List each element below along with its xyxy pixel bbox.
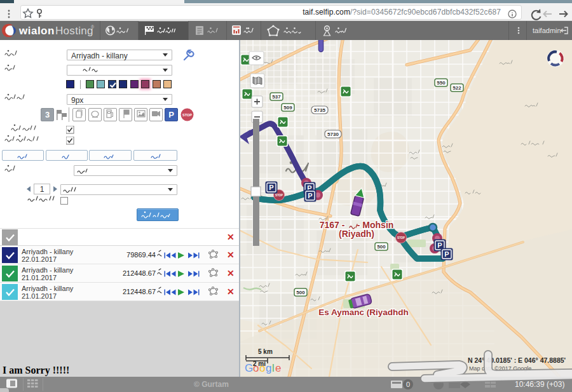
svg-text:500: 500	[296, 290, 305, 295]
svg-text:(Riyadh): (Riyadh)	[339, 229, 374, 239]
svg-text:o: o	[259, 362, 265, 374]
svg-text:o: o	[253, 362, 259, 374]
svg-text:wialon: wialon	[18, 25, 55, 37]
svg-text:g: g	[266, 362, 271, 374]
svg-text:© Gurtam: © Gurtam	[194, 380, 229, 389]
svg-text:509: 509	[283, 105, 292, 111]
svg-text:®: ®	[91, 25, 95, 29]
svg-text:Hosting: Hosting	[55, 25, 93, 37]
svg-text:500: 500	[377, 244, 386, 250]
svg-text:Es Aymanc (Riyadhdh: Es Aymanc (Riyadhdh	[318, 308, 409, 317]
svg-text:522: 522	[453, 85, 461, 91]
svg-text:5 km: 5 km	[258, 348, 273, 355]
svg-text:l: l	[272, 362, 275, 374]
svg-text:5730: 5730	[327, 132, 339, 137]
svg-text:taifadmin: taifadmin	[533, 27, 561, 34]
svg-text:✕: ✕	[227, 250, 235, 260]
svg-text:e: e	[275, 362, 281, 374]
svg-text:537: 537	[272, 94, 281, 100]
svg-text:550: 550	[437, 80, 446, 86]
svg-text:5735: 5735	[314, 107, 325, 113]
svg-text:G: G	[245, 362, 253, 374]
